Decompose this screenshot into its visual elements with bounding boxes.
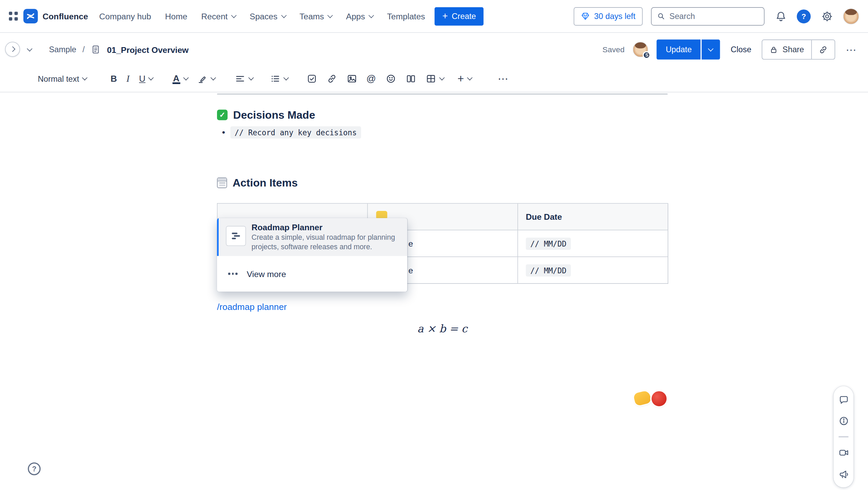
popup-view-more[interactable]: View more (217, 256, 407, 292)
highlight-button[interactable] (197, 74, 215, 84)
red-circle-sticker[interactable] (652, 391, 667, 406)
comments-button[interactable] (837, 393, 850, 406)
update-button[interactable]: Update (657, 40, 701, 60)
chevron-down-icon (248, 75, 253, 80)
popup-item-text: Roadmap Planner Create a simple, visual … (252, 222, 395, 252)
emoji-icon (386, 74, 396, 84)
chevron-down-icon (328, 13, 333, 18)
confluence-editor-window: Confluence Company hub Home Recent Space… (0, 0, 868, 490)
page-icon (91, 44, 101, 55)
profile-avatar[interactable] (843, 8, 859, 24)
editor-help-button[interactable]: ? (28, 463, 41, 475)
handshake-sticker[interactable] (633, 390, 652, 406)
settings-button[interactable] (819, 8, 835, 24)
confluence-logo[interactable] (23, 9, 38, 23)
help-button[interactable]: ? (797, 9, 811, 23)
chevron-down-icon (149, 75, 154, 80)
chevron-down-icon (27, 46, 32, 51)
plus-icon: + (442, 10, 448, 21)
math-formula[interactable]: a × b = c (217, 322, 668, 334)
search-input[interactable] (669, 12, 758, 20)
breadcrumb-space-link[interactable]: Sample (49, 45, 76, 54)
toolbar-overflow-button[interactable]: ⋯ (498, 72, 508, 85)
italic-button[interactable]: I (126, 73, 130, 84)
slash-command-text[interactable]: /roadmap planner (217, 302, 287, 312)
info-icon (838, 416, 849, 426)
table-cell-due-date[interactable]: // MM/DD (518, 257, 668, 284)
insert-link-button[interactable] (326, 74, 337, 84)
formatting-toolbar: Normal text B I U A @ (0, 66, 868, 93)
confluence-logo-glyph (25, 11, 36, 22)
chevron-down-icon (281, 13, 286, 18)
record-video-button[interactable] (837, 447, 850, 459)
close-button[interactable]: Close (728, 45, 753, 54)
ellipsis-icon: ⋯ (846, 43, 857, 56)
nav-item-home[interactable]: Home (165, 12, 188, 21)
insert-more-button[interactable]: + (457, 72, 471, 85)
collaborator-avatar[interactable]: S (633, 42, 649, 57)
feedback-button[interactable] (837, 468, 850, 480)
nav-item-spaces[interactable]: Spaces (250, 12, 285, 21)
chevron-down-icon (231, 13, 236, 18)
link-icon (326, 74, 337, 84)
check-mark-emoji: ✓ (217, 110, 228, 120)
breadcrumb: Sample / 01_Project Overview (49, 44, 189, 55)
more-options-button[interactable]: ⋯ (844, 43, 859, 56)
page-info-button[interactable] (837, 415, 850, 427)
nav-item-recent[interactable]: Recent (201, 12, 236, 21)
alignment-button[interactable] (235, 74, 253, 84)
notifications-button[interactable] (773, 8, 788, 24)
app-switcher-icon[interactable] (9, 12, 17, 20)
decisions-bullet-item[interactable]: • // Record any key decisions (217, 124, 361, 141)
trial-days-left-badge[interactable]: 30 days left (574, 7, 643, 25)
text-color-button[interactable]: A (173, 74, 188, 84)
list-button[interactable] (270, 74, 288, 84)
table-icon (426, 74, 436, 84)
copy-link-button[interactable] (811, 40, 835, 59)
saved-status: Saved (603, 45, 625, 54)
editor-header-actions: Saved S Update Close Share ⋯ (603, 40, 868, 60)
table-cell-due-date[interactable]: // MM/DD (518, 230, 668, 257)
mention-button[interactable]: @ (367, 73, 376, 84)
nav-item-apps[interactable]: Apps (346, 12, 373, 21)
action-items-heading: Action Items (217, 176, 298, 189)
page-title[interactable]: 01_Project Overview (107, 45, 189, 54)
layout-button[interactable] (406, 74, 416, 84)
search-icon (657, 12, 665, 20)
underline-button[interactable]: U (139, 74, 153, 84)
text-style-dropdown[interactable]: Normal text (38, 74, 87, 83)
comment-icon (838, 394, 849, 405)
decisions-made-heading: ✓ Decisions Made (217, 109, 315, 121)
task-button[interactable] (306, 74, 317, 84)
editor-header: Sample / 01_Project Overview Saved S Upd… (0, 33, 868, 65)
popup-item-description: Create a simple, visual roadmap for plan… (252, 233, 395, 252)
insert-image-button[interactable] (347, 74, 357, 84)
chevron-down-icon (183, 75, 188, 80)
chevron-down-icon (283, 75, 289, 80)
share-button[interactable]: Share (763, 40, 811, 59)
toolbar-divider (839, 436, 849, 437)
gear-icon (821, 10, 832, 22)
search-box[interactable] (651, 7, 765, 25)
roadmap-planner-icon (226, 226, 246, 246)
bullet-list-icon (270, 74, 280, 84)
megaphone-icon (838, 469, 849, 479)
nav-item-company-hub[interactable]: Company hub (99, 12, 151, 21)
gem-icon (581, 12, 590, 20)
chevron-down-icon (211, 75, 216, 80)
decisions-code-placeholder[interactable]: // Record any key decisions (230, 126, 361, 139)
table-header-cell-due-date[interactable]: Due Date (518, 204, 668, 231)
insert-table-button[interactable] (426, 74, 443, 84)
nav-item-teams[interactable]: Teams (299, 12, 332, 21)
document-canvas[interactable]: ✓ Decisions Made • // Record any key dec… (0, 92, 868, 490)
breadcrumb-separator: / (82, 45, 85, 54)
update-options-button[interactable] (702, 40, 720, 60)
popup-item-roadmap-planner[interactable]: Roadmap Planner Create a simple, visual … (217, 218, 407, 256)
breadcrumb-chevron-button[interactable] (24, 44, 35, 55)
expand-panel-button[interactable] (5, 42, 20, 57)
emoji-button[interactable] (386, 74, 396, 84)
bold-button[interactable]: B (111, 74, 117, 84)
create-button[interactable]: + Create (435, 7, 484, 25)
nav-item-templates[interactable]: Templates (387, 12, 425, 21)
checkbox-icon (306, 74, 317, 84)
